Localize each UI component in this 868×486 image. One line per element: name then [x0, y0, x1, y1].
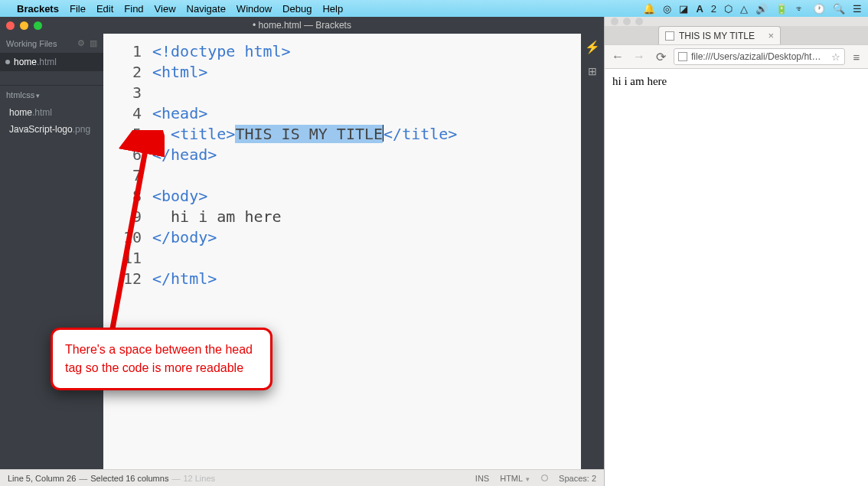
- bookmark-star-icon[interactable]: ☆: [831, 51, 840, 63]
- drive-icon[interactable]: △: [740, 3, 748, 15]
- menu-navigate[interactable]: Navigate: [187, 3, 226, 15]
- menu-debug[interactable]: Debug: [282, 3, 312, 15]
- browser-viewport: hi i am here: [605, 69, 868, 486]
- app-icon[interactable]: ◪: [679, 3, 688, 15]
- extensions-icon[interactable]: ⊞: [588, 65, 597, 77]
- file-name: home: [14, 57, 37, 67]
- file-ext: .png: [73, 124, 90, 135]
- browser-toolbar: ← → ⟳ file:///Users/azizali/Desktop/htm……: [605, 44, 868, 69]
- dropbox-icon[interactable]: ⬡: [724, 3, 733, 15]
- status-spaces[interactable]: Spaces: 2: [559, 474, 596, 483]
- working-files-header[interactable]: Working Files ⚙ ▥: [0, 34, 103, 53]
- project-name: htmlcss: [6, 90, 34, 99]
- circle-icon[interactable]: ◎: [663, 3, 671, 15]
- battery-icon[interactable]: 🔋: [775, 3, 788, 15]
- line-number-gutter: 123456789101112: [103, 34, 149, 469]
- project-header[interactable]: htmlcss▾: [0, 85, 103, 104]
- file-ext: .html: [37, 57, 57, 67]
- status-ins[interactable]: INS: [475, 474, 489, 483]
- code-editor[interactable]: 123456789101112 <!doctype html><html> <h…: [103, 34, 581, 469]
- menu-window[interactable]: Window: [237, 3, 272, 15]
- app-name[interactable]: Brackets: [17, 3, 59, 15]
- chevron-down-icon: ▾: [36, 92, 40, 99]
- working-files-label: Working Files: [6, 39, 57, 48]
- status-lines: 12 Lines: [183, 474, 215, 483]
- forward-button[interactable]: →: [631, 50, 648, 64]
- volume-icon[interactable]: 🔊: [755, 3, 768, 15]
- back-button[interactable]: ←: [609, 50, 626, 64]
- brackets-sidebar: Working Files ⚙ ▥ home.html htmlcss▾ hom…: [0, 34, 103, 469]
- page-icon: [665, 31, 674, 41]
- project-file-item[interactable]: JavaScript-logo.png: [0, 121, 103, 138]
- address-bar[interactable]: file:///Users/azizali/Desktop/htm… ☆: [674, 48, 845, 65]
- status-bar: Line 5, Column 26 — Selected 16 columns …: [0, 469, 604, 486]
- wifi-icon[interactable]: ᯤ: [795, 3, 805, 15]
- gear-icon[interactable]: ⚙: [77, 38, 85, 48]
- chrome-close-button[interactable]: [611, 18, 618, 25]
- file-name: JavaScript-logo: [9, 124, 73, 135]
- page-body-text: hi i am here: [612, 75, 667, 87]
- window-title: • home.html — Brackets: [0, 20, 604, 31]
- window-close-button[interactable]: [6, 21, 15, 30]
- window-minimize-button[interactable]: [20, 21, 28, 30]
- status-linting-icon[interactable]: [541, 475, 548, 481]
- menu-edit[interactable]: Edit: [96, 3, 113, 15]
- file-name: home: [9, 107, 32, 118]
- split-icon[interactable]: ▥: [90, 38, 97, 48]
- editor-toolbar: ⚡ ⊞: [581, 34, 604, 469]
- chrome-menu-icon[interactable]: ≡: [850, 51, 863, 64]
- page-icon: [678, 52, 687, 61]
- bell-icon[interactable]: 🔔: [643, 3, 655, 15]
- chrome-window: THIS IS MY TITLE × ← → ⟳ file:///Users/a…: [604, 17, 868, 486]
- chrome-maximize-button[interactable]: [635, 18, 643, 25]
- file-ext: .html: [32, 107, 52, 118]
- menu-file[interactable]: File: [70, 3, 86, 15]
- list-icon[interactable]: ☰: [853, 3, 862, 15]
- mac-menu-bar: Brackets File Edit Find View Navigate Wi…: [0, 0, 868, 17]
- project-file-item[interactable]: home.html: [0, 104, 103, 121]
- brackets-titlebar[interactable]: • home.html — Brackets: [0, 17, 604, 34]
- live-preview-icon[interactable]: ⚡: [585, 40, 600, 54]
- menu-help[interactable]: Help: [322, 3, 343, 15]
- chrome-minimize-button[interactable]: [623, 18, 631, 25]
- browser-tab[interactable]: THIS IS MY TITLE ×: [658, 26, 781, 44]
- code-area[interactable]: <!doctype html><html> <head> <title>THIS…: [149, 34, 581, 469]
- reload-button[interactable]: ⟳: [652, 50, 669, 64]
- annotation-text: There's a space between the head tag so …: [65, 343, 253, 374]
- status-selection: Selected 16 columns: [90, 474, 168, 483]
- search-icon[interactable]: 🔍: [833, 3, 845, 15]
- adobe-icon[interactable]: A: [696, 3, 703, 15]
- brackets-window: • home.html — Brackets Working Files ⚙ ▥…: [0, 17, 604, 486]
- tab-title: THIS IS MY TITLE: [679, 31, 755, 41]
- chrome-traffic-lights: [605, 17, 868, 26]
- tab-close-icon[interactable]: ×: [768, 30, 774, 41]
- number-badge[interactable]: 2: [711, 3, 716, 15]
- annotation-callout: There's a space between the head tag so …: [51, 328, 272, 390]
- mac-status-icons: 🔔 ◎ ◪ A 2 ⬡ △ 🔊 🔋 ᯤ 🕐 🔍 ☰: [643, 3, 862, 15]
- menu-view[interactable]: View: [155, 3, 176, 15]
- status-language[interactable]: HTML▼: [500, 474, 530, 483]
- url-text: file:///Users/azizali/Desktop/htm…: [691, 51, 827, 62]
- working-file-item[interactable]: home.html: [0, 53, 103, 71]
- status-cursor: Line 5, Column 26: [8, 474, 76, 483]
- menu-find[interactable]: Find: [124, 3, 143, 15]
- window-maximize-button[interactable]: [34, 21, 42, 30]
- clock-icon[interactable]: 🕐: [813, 3, 825, 15]
